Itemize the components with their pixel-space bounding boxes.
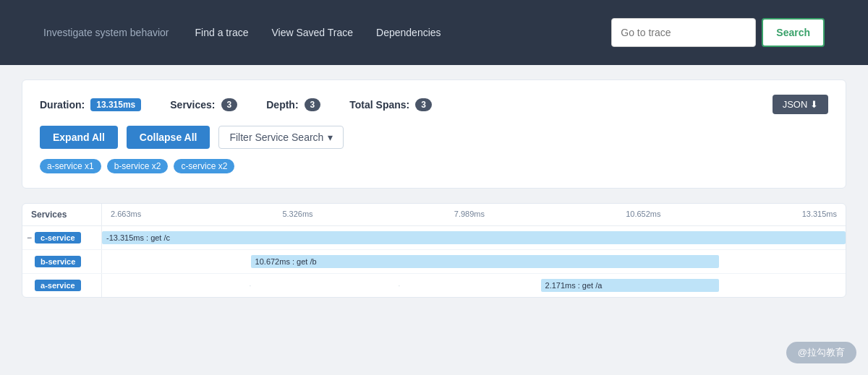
timeline-header: Services 2.663ms 5.326ms 7.989ms 10.652m… bbox=[22, 204, 846, 226]
service-label-c: c-service bbox=[35, 232, 81, 243]
main-content: Duration: 13.315ms Services: 3 Depth: 3 … bbox=[0, 65, 868, 312]
filter-dropdown-label: Filter Service Search bbox=[229, 132, 323, 143]
nav-brand: Investigate system behavior bbox=[43, 27, 169, 38]
collapse-all-button[interactable]: Collapse All bbox=[127, 126, 210, 149]
timeline-bar-cell-a: · · · · 2.171ms : get /a bbox=[102, 274, 846, 297]
total-spans-stat: Total Spans: 3 bbox=[349, 98, 432, 111]
nav-link-view-saved-trace[interactable]: View Saved Trace bbox=[267, 24, 357, 41]
tick-4: 13.315ms bbox=[802, 210, 837, 220]
nav-search-area: Search bbox=[611, 18, 825, 47]
json-download-button[interactable]: JSON ⬇ bbox=[773, 95, 828, 114]
trace-summary-card: Duration: 13.315ms Services: 3 Depth: 3 … bbox=[22, 79, 846, 189]
service-tags: a-service x1b-service x2c-service x2 bbox=[40, 159, 828, 173]
total-spans-label: Total Spans: bbox=[349, 99, 409, 111]
service-label-a: a-service bbox=[35, 280, 81, 291]
nav-link-dependencies[interactable]: Dependencies bbox=[372, 24, 446, 41]
expand-all-button[interactable]: Expand All bbox=[40, 126, 118, 149]
duration-stat: Duration: 13.315ms bbox=[40, 98, 141, 111]
duration-value: 13.315ms bbox=[90, 98, 141, 111]
timeline-row: − b-service · · · 10.672ms : get /b bbox=[22, 250, 846, 274]
duration-label: Duration: bbox=[40, 99, 85, 111]
timeline-container: Services 2.663ms 5.326ms 7.989ms 10.652m… bbox=[22, 203, 846, 298]
tick-2: 7.989ms bbox=[454, 210, 485, 220]
services-value: 3 bbox=[221, 98, 238, 111]
dot: · bbox=[249, 282, 251, 290]
span-bar-c: -13.315ms : get /c bbox=[102, 231, 846, 244]
depth-label: Depth: bbox=[266, 99, 298, 111]
total-spans-value: 3 bbox=[415, 98, 432, 111]
service-label-b: b-service bbox=[35, 256, 81, 267]
service-cell-b: − b-service bbox=[22, 250, 102, 273]
depth-value: 3 bbox=[305, 98, 321, 111]
dot: · bbox=[399, 282, 401, 290]
timeline-ticks-row: 2.663ms 5.326ms 7.989ms 10.652ms 13.315m… bbox=[102, 204, 846, 225]
trace-stats-row: Duration: 13.315ms Services: 3 Depth: 3 … bbox=[40, 95, 828, 114]
navbar: Investigate system behavior Find a trace… bbox=[0, 0, 868, 65]
span-label-b: 10.672ms : get /b bbox=[255, 257, 317, 266]
filter-service-dropdown[interactable]: Filter Service Search ▾ bbox=[218, 126, 344, 149]
tick-1: 5.326ms bbox=[282, 210, 312, 220]
service-tag[interactable]: a-service x1 bbox=[40, 159, 101, 173]
goto-trace-input[interactable] bbox=[611, 18, 756, 47]
search-button[interactable]: Search bbox=[762, 18, 825, 47]
chevron-down-icon: ▾ bbox=[328, 132, 333, 143]
nav-link-find-trace[interactable]: Find a trace bbox=[191, 24, 253, 41]
depth-stat: Depth: 3 bbox=[266, 98, 320, 111]
timeline-row: − c-service -13.315ms : get /c bbox=[22, 226, 846, 250]
timeline-row: − a-service · · · · 2.171ms : get /a bbox=[22, 274, 846, 297]
services-stat: Services: 3 bbox=[170, 98, 237, 111]
service-tag[interactable]: c-service x2 bbox=[174, 159, 234, 173]
span-label-a: 2.171ms : get /a bbox=[545, 281, 603, 290]
tick-0: 2.663ms bbox=[111, 210, 141, 220]
trace-actions-row: Expand All Collapse All Filter Service S… bbox=[40, 126, 828, 149]
timeline-bar-cell-c: -13.315ms : get /c bbox=[102, 226, 846, 249]
watermark: @拉勾教育 bbox=[786, 342, 856, 363]
service-cell-a: − a-service bbox=[22, 274, 102, 297]
nav-links: Find a trace View Saved Trace Dependenci… bbox=[191, 24, 590, 41]
service-cell-c: − c-service bbox=[22, 226, 102, 249]
collapse-icon-c[interactable]: − bbox=[27, 233, 32, 243]
span-bar-a: 2.171ms : get /a bbox=[541, 279, 720, 292]
timeline-bar-cell-b: · · · 10.672ms : get /b bbox=[102, 250, 846, 273]
timeline-header-service-label: Services bbox=[22, 204, 102, 225]
tick-3: 10.652ms bbox=[626, 210, 660, 220]
span-bar-b: 10.672ms : get /b bbox=[251, 255, 720, 268]
service-tag[interactable]: b-service x2 bbox=[107, 159, 169, 173]
span-label-c: -13.315ms : get /c bbox=[106, 233, 170, 242]
services-label: Services: bbox=[170, 99, 215, 111]
